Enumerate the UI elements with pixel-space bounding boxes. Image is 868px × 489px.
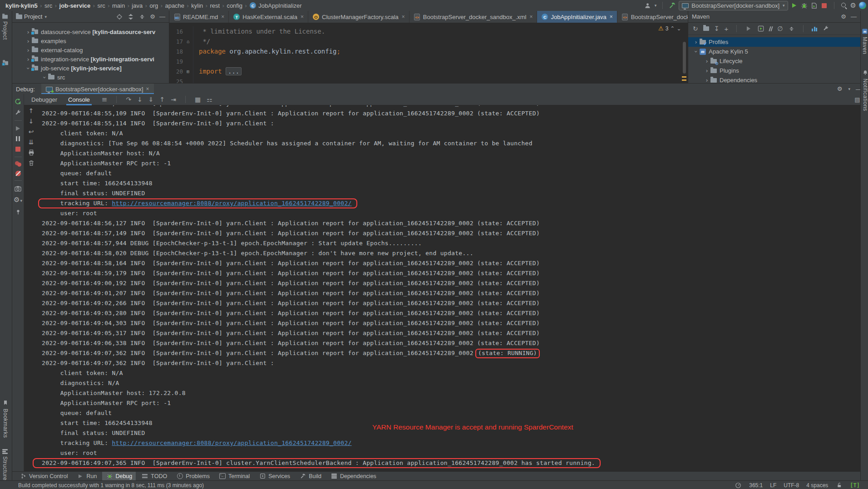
file-encoding[interactable]: UTF-8 [784,482,799,489]
collaboration-user-icon[interactable] [644,2,651,9]
editor-line[interactable]: 20⊞import ... [169,66,688,76]
editor-tab[interactable]: MDREADME.md× [169,11,229,23]
stripe-button-commit[interactable] [2,61,9,65]
teamcity-badge[interactable]: [T] [850,482,860,489]
tree-chevron-icon[interactable]: › [25,56,31,63]
chevron-down-icon[interactable]: ▾ [44,15,47,19]
toolwindow-button-todo[interactable]: TODO [138,472,171,481]
panel-settings-icon[interactable]: ⚙ [150,13,155,20]
project-tree-item-examples[interactable]: ›examples [12,36,169,45]
chevron-down-icon[interactable]: ▾ [655,3,657,8]
toolwindow-button-build[interactable]: Build [296,472,325,481]
console-output[interactable]: 2022-09-06T16:48:54,093 INFO [SparderEnv… [24,105,860,471]
console-settings-icon[interactable]: ⚏ [207,96,212,103]
close-tab-icon[interactable]: × [301,14,304,20]
breadcrumb-item[interactable]: rest [210,2,220,9]
toolwindow-button-debug[interactable]: Debug [102,472,136,481]
ide-profile-icon[interactable] [859,2,866,9]
run-with-coverage-button[interactable] [811,2,818,9]
step-into-icon[interactable]: ↓ [137,96,143,103]
breadcrumb-item[interactable]: java [132,2,143,9]
project-panel-title[interactable]: Project [24,13,42,20]
status-message[interactable]: Build completed successfully with 1 warn… [18,482,204,489]
panel-settings-icon[interactable]: ⚙ [841,13,846,20]
editor[interactable]: 16 * limitations under the License.17⌂ *… [169,23,688,87]
panel-settings-icon[interactable]: ⚙ [837,85,843,93]
toolwindow-button-dependencies[interactable]: Dependencies [327,472,380,481]
tree-chevron-icon[interactable]: › [41,74,48,80]
lock-unlocked-icon[interactable] [835,482,843,489]
maven-tree-item-profiles[interactable]: ›Profiles [688,37,860,47]
hide-panel-icon[interactable]: — [159,13,165,20]
collapse-all-icon[interactable] [138,13,146,20]
warning-stripe-mark[interactable] [682,76,686,78]
toolwindow-button-problems[interactable]: Problems [173,472,213,481]
run-configuration-select[interactable]: BootstrapServer[docker-sandbox] ▾ [679,1,788,10]
breadcrumb-item[interactable]: main [112,2,125,9]
project-tree-item-job-service[interactable]: ›job-service [kylin-job-service] [12,64,169,73]
breadcrumb-item[interactable]: src [97,2,105,9]
step-over-icon[interactable]: ↷ [126,96,131,103]
debug-settings-gear-icon[interactable]: ⚙▾ [14,196,22,204]
breadcrumb-item[interactable]: kylin-kylin5 [5,2,38,9]
tree-chevron-icon[interactable]: › [25,29,31,35]
tree-chevron-icon[interactable]: › [704,67,710,74]
thread-dump-camera-icon[interactable] [15,185,22,192]
tree-chevron-icon[interactable]: › [704,58,710,64]
scroll-to-end-icon[interactable]: ⇊ [29,138,34,146]
breadcrumb-item[interactable]: CJobAppInitializer [249,2,301,9]
run-button[interactable] [791,2,798,9]
breadcrumb-item[interactable]: apache [165,2,184,9]
editor-line[interactable]: 18package org.apache.kylin.rest.config; [169,46,688,56]
breadcrumb-item[interactable]: config [227,2,242,9]
settings-gear-icon[interactable]: ⚙ [850,2,856,9]
fold-marker-icon[interactable]: ⌂ [183,39,193,44]
maven-tree-item-dependencies[interactable]: ›Dependencies [688,75,860,83]
debug-session-tab[interactable]: BootstrapServer[docker-sandbox] × [41,84,154,94]
stripe-button-project[interactable]: Project [2,15,8,40]
wrench-icon[interactable] [15,109,22,116]
evaluate-expression-icon[interactable]: ▦ [195,96,201,103]
breadcrumb-item[interactable]: kylin [191,2,203,9]
stop-icon[interactable] [15,145,22,153]
tree-chevron-icon[interactable]: › [25,47,31,54]
maven-analyze-dependencies-icon[interactable] [812,26,817,31]
close-tab-icon[interactable]: × [221,14,224,20]
tab-console[interactable]: Console [63,94,95,105]
up-stack-icon[interactable]: ↑ [29,107,34,114]
tree-chevron-icon[interactable]: › [25,38,31,44]
tree-chevron-icon[interactable]: › [693,49,700,55]
stripe-button-maven[interactable]: m Maven [862,28,868,54]
maven-add-icon[interactable]: + [724,25,728,33]
close-icon[interactable]: × [146,86,149,92]
editor-tab[interactable]: OClusterManagerFactory.scala× [308,11,409,23]
stripe-button-notifications[interactable]: Notifications [862,69,868,111]
soft-wrap-icon[interactable]: ↩ [29,128,34,135]
prev-warning-icon[interactable]: ⌃ [670,25,675,32]
project-tree-item-datasource-service[interactable]: ›datasource-service [kylin-datasource-se… [12,27,169,36]
tracking-url-link[interactable]: http://resourcemanager:8088/proxy/applic… [112,440,351,446]
warning-stripe-mark[interactable] [682,79,686,81]
editor-tab[interactable]: <>BootstrapServer_docker_sandbox_.xml× [409,11,538,23]
maven-reimport-icon[interactable]: ↻ [693,25,698,32]
search-everywhere-icon[interactable] [840,2,848,9]
project-tree-item-src[interactable]: ›src [12,73,169,82]
editor-tab[interactable]: THasKeExternal.scala× [229,11,308,23]
maven-tree-item-plugins[interactable]: ›Plugins [688,66,860,75]
print-icon[interactable] [28,149,35,156]
tree-chevron-icon[interactable]: › [693,39,699,45]
fold-marker-icon[interactable]: ⊞ [183,69,193,74]
maven-tree-item-lifecycle[interactable]: ›Lifecycle [688,56,860,66]
clear-console-trash-icon[interactable] [28,159,35,167]
force-step-into-icon[interactable]: ⇓ [148,96,154,103]
maven-tree-item-apache-kylin-5[interactable]: ›mApache Kylin 5 [688,47,860,56]
expand-all-icon[interactable] [127,13,134,20]
maven-generate-sources-icon[interactable] [703,26,709,31]
editor-tab[interactable]: <>BootstrapServer_docker_sandbo [617,11,688,23]
line-separator[interactable]: LF [770,482,776,489]
editor-tab[interactable]: CJobAppInitializer.java× [537,11,617,23]
close-tab-icon[interactable]: × [529,14,533,20]
maven-settings-wrench-icon[interactable] [822,25,829,32]
breadcrumb-item[interactable]: org [149,2,158,9]
mute-breakpoints-icon[interactable] [15,171,21,176]
